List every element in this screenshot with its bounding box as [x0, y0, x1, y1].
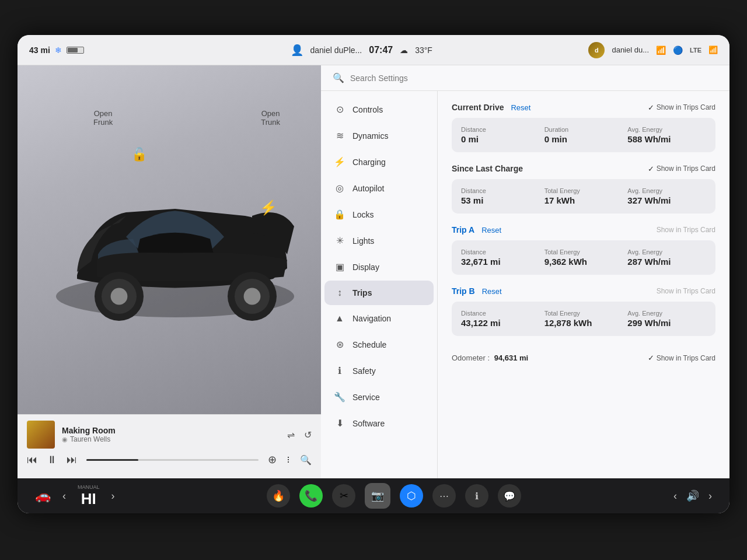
trip-b-actions: Trip B Reset — [452, 286, 502, 296]
next-nav-icon[interactable]: › — [111, 490, 115, 502]
sidebar-item-display[interactable]: ▣ Display — [324, 254, 434, 279]
sidebar-item-navigation[interactable]: ▲ Navigation — [324, 306, 434, 331]
info-button[interactable]: ℹ — [465, 484, 488, 508]
current-drive-duration-value: 0 min — [544, 134, 623, 144]
lights-label: Lights — [352, 236, 374, 246]
current-drive-distance: Distance 0 mi — [461, 126, 540, 144]
lte-indicator: LTE — [690, 47, 701, 54]
current-drive-card: Distance 0 mi Duration 0 min Avg. Energy… — [452, 118, 715, 152]
heat-button[interactable]: 🔥 — [267, 484, 290, 508]
trip-b-header: Trip B Reset Show in Trips Card — [452, 286, 715, 296]
controls-icon: ⊙ — [334, 104, 345, 115]
taskbar-center: 🔥 📞 ✂ 📷 ⬡ ⋯ ℹ 💬 — [267, 483, 521, 509]
slc-avg-energy: Avg. Energy 327 Wh/mi — [627, 187, 706, 205]
car-icon-taskbar[interactable]: 🚗 — [35, 488, 51, 503]
display-icon: ▣ — [334, 261, 345, 272]
status-right: d daniel du... 📶 🔵 LTE 📶 — [588, 42, 729, 58]
sidebar-item-dynamics[interactable]: ≋ Dynamics — [324, 123, 434, 148]
album-art — [27, 421, 55, 449]
sidebar-item-autopilot[interactable]: ◎ Autopilot — [324, 176, 434, 201]
open-frunk-button[interactable]: Open Frunk — [93, 109, 113, 127]
trips-label: Trips — [352, 288, 372, 298]
search-music-button[interactable]: 🔍 — [300, 454, 312, 466]
eq-button[interactable]: ⫶ — [286, 454, 291, 465]
sidebar-item-service[interactable]: 🔧 Service — [324, 384, 434, 410]
hi-label: HI — [81, 490, 96, 508]
track-name: Making Room — [62, 426, 280, 435]
since-last-charge-checkmark: ✓ — [648, 164, 654, 173]
pause-button[interactable]: ⏸ — [47, 454, 57, 466]
trip-b-distance-label: Distance — [461, 310, 540, 317]
current-drive-reset[interactable]: Reset — [511, 103, 530, 112]
taskbar-right: ‹ 🔊 › — [673, 489, 712, 502]
chat-icon: 💬 — [504, 491, 515, 502]
more-button[interactable]: ⋯ — [432, 484, 456, 508]
taskbar: 🚗 ‹ Manual HI › 🔥 📞 ✂ 📷 ⬡ — [18, 478, 729, 513]
trip-a-distance-label: Distance — [461, 249, 540, 256]
current-drive-checkmark: ✓ — [648, 103, 654, 112]
trip-b-energy-value: 12,878 kWh — [544, 318, 623, 328]
cut-icon: ✂ — [340, 489, 348, 502]
sidebar-item-lights[interactable]: ✳ Lights — [324, 228, 434, 253]
repeat-icon[interactable]: ↺ — [304, 429, 312, 440]
odometer-show-label: Show in Trips Card — [657, 354, 715, 362]
trip-a-title: Trip A — [452, 225, 474, 235]
sidebar-item-software[interactable]: ⬇ Software — [324, 411, 434, 436]
bluetooth-icon: 🔵 — [673, 46, 683, 55]
track-info: Making Room ◉ Tauren Wells — [62, 426, 280, 443]
settings-sidebar: ⊙ Controls ≋ Dynamics ⚡ Charging ◎ Autop… — [321, 91, 438, 478]
taskbar-left: 🚗 ‹ Manual HI › — [35, 484, 115, 508]
info-icon: ℹ — [475, 491, 479, 502]
trip-b-energy: Total Energy 12,878 kWh — [544, 310, 623, 328]
open-trunk-button[interactable]: Open Trunk — [261, 109, 280, 127]
bluetooth-button[interactable]: ⬡ — [400, 484, 423, 508]
hi-display: Manual HI — [78, 484, 100, 508]
search-icon: 🔍 — [333, 72, 344, 83]
open-trunk-label: Open — [261, 109, 280, 118]
trip-a-energy-value: 9,362 kWh — [544, 257, 623, 267]
sidebar-item-schedule[interactable]: ⊛ Schedule — [324, 332, 434, 357]
trip-a-reset[interactable]: Reset — [481, 226, 501, 235]
prev-button[interactable]: ⏮ — [27, 454, 37, 466]
software-label: Software — [352, 419, 385, 428]
camera-button[interactable]: 📷 — [365, 483, 390, 509]
charging-icon: ⚡ — [334, 156, 345, 167]
status-center: 👤 daniel duPle... 07:47 ☁ 33°F — [134, 44, 588, 57]
user-avatar[interactable]: d — [588, 42, 605, 58]
phone-button[interactable]: 📞 — [299, 484, 323, 508]
sidebar-item-controls[interactable]: ⊙ Controls — [324, 97, 434, 122]
since-last-charge-show-trips: ✓ Show in Trips Card — [648, 164, 715, 173]
open-frunk-label2: Frunk — [93, 118, 113, 127]
volume-up-icon[interactable]: › — [708, 490, 712, 502]
sidebar-item-safety[interactable]: ℹ Safety — [324, 358, 434, 383]
sidebar-item-locks[interactable]: 🔒 Locks — [324, 202, 434, 227]
service-icon: 🔧 — [334, 391, 345, 402]
controls-label: Controls — [352, 105, 383, 114]
add-button[interactable]: ⊕ — [268, 453, 277, 466]
trip-a-distance: Distance 32,671 mi — [461, 249, 540, 267]
music-controls-row: ⏮ ⏸ ⏭ ⊕ ⫶ 🔍 — [27, 453, 312, 466]
search-bar: 🔍 — [321, 65, 729, 91]
music-track: Making Room ◉ Tauren Wells ⇌ ↺ — [27, 421, 312, 449]
chat-button[interactable]: 💬 — [498, 484, 521, 508]
sidebar-item-trips[interactable]: ↕ Trips — [324, 281, 434, 305]
trip-b-show-label: Show in Trips Card — [657, 287, 715, 295]
more-icon: ⋯ — [439, 491, 449, 502]
sidebar-item-charging[interactable]: ⚡ Charging — [324, 149, 434, 174]
shuffle-icon[interactable]: ⇌ — [287, 429, 295, 440]
trip-a-actions: Trip A Reset — [452, 225, 501, 235]
search-input[interactable] — [350, 74, 718, 83]
lock-status-icon[interactable]: 🔓 — [131, 147, 147, 162]
current-drive-energy-value: 588 Wh/mi — [627, 134, 706, 144]
music-cut-button[interactable]: ✂ — [332, 484, 355, 508]
volume-down-icon[interactable]: ‹ — [673, 490, 677, 502]
odometer-checkmark: ✓ — [648, 354, 654, 362]
prev-nav-icon[interactable]: ‹ — [62, 490, 66, 502]
main-content: Open Frunk Open Trunk 🔓 ⚡ — [18, 65, 729, 478]
current-drive-distance-label: Distance — [461, 126, 540, 133]
next-button[interactable]: ⏭ — [67, 454, 77, 466]
trip-b-reset[interactable]: Reset — [482, 287, 502, 296]
trip-a-distance-value: 32,671 mi — [461, 257, 540, 267]
since-last-charge-card: Distance 53 mi Total Energy 17 kWh Avg. … — [452, 179, 715, 214]
progress-bar[interactable] — [86, 459, 259, 461]
